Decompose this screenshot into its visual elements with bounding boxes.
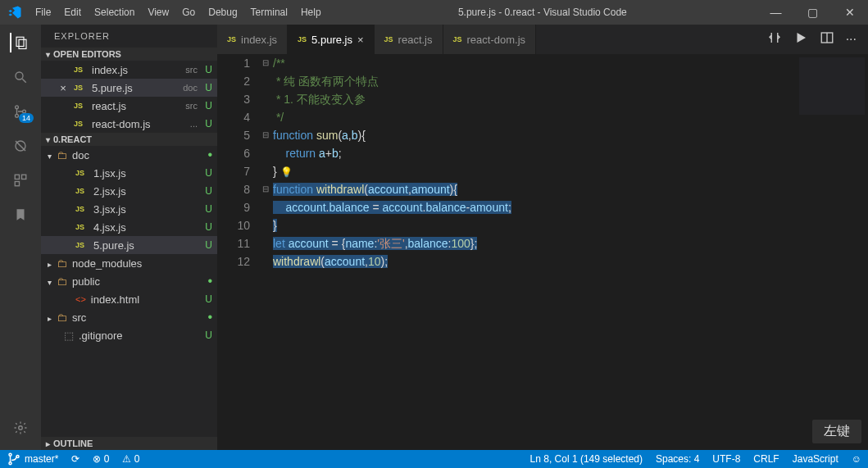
file-name: node_modules <box>72 257 212 270</box>
warnings-count[interactable]: ⚠ 0 <box>116 453 146 465</box>
compare-changes-icon[interactable] <box>767 30 782 48</box>
line-number[interactable]: 11 <box>217 234 250 252</box>
eol[interactable]: CRLF <box>747 453 785 465</box>
search-icon[interactable] <box>11 67 30 87</box>
menu-view[interactable]: View <box>141 7 175 18</box>
open-editor-item[interactable]: JSindex.jssrcU <box>41 61 217 79</box>
maximize-button[interactable]: ▢ <box>794 6 831 19</box>
code-line[interactable]: /** <box>273 54 868 72</box>
menu-file[interactable]: File <box>29 7 57 18</box>
file-item[interactable]: JS2.jsx.jsU <box>41 182 217 200</box>
open-editor-item[interactable]: ×JS5.pure.jsdocU <box>41 79 217 97</box>
settings-icon[interactable] <box>11 418 30 438</box>
folder-item[interactable]: 🗀src• <box>41 308 217 326</box>
menu-help[interactable]: Help <box>294 7 328 18</box>
encoding[interactable]: UTF-8 <box>706 453 747 465</box>
line-number[interactable]: 2 <box>217 72 250 90</box>
explorer-icon[interactable] <box>10 33 30 52</box>
line-number[interactable]: 1 <box>217 54 250 72</box>
open-editor-item[interactable]: JSreact.jssrcU <box>41 97 217 115</box>
file-item[interactable]: <>index.htmlU <box>41 290 217 308</box>
menu-selection[interactable]: Selection <box>88 7 141 18</box>
file-name: public <box>72 275 202 288</box>
editor-tab[interactable]: JSreact-dom.js <box>443 25 537 54</box>
editor-tab[interactable]: JSreact.js <box>375 25 443 54</box>
feedback-icon[interactable]: ☺ <box>845 453 868 465</box>
line-number[interactable]: 8 <box>217 180 250 198</box>
menu-terminal[interactable]: Terminal <box>244 7 294 18</box>
code-line[interactable]: } 💡 <box>273 162 868 180</box>
errors-count[interactable]: ⊗ 0 <box>86 453 116 465</box>
folder-item[interactable]: 🗀doc• <box>41 146 217 164</box>
folder-icon: 🗀 <box>57 311 67 324</box>
file-item[interactable]: JS4.jsx.jsU <box>41 218 217 236</box>
window-title: 5.pure.js - 0.react - Visual Studio Code <box>328 7 757 18</box>
git-status: U <box>202 118 212 129</box>
editor-tab[interactable]: JSindex.js <box>217 25 288 54</box>
line-number[interactable]: 7 <box>217 162 250 180</box>
minimap[interactable] <box>799 57 865 115</box>
fold-toggle[interactable]: ⊟ <box>258 126 273 144</box>
file-name: 4.jsx.js <box>93 221 198 234</box>
language-mode[interactable]: JavaScript <box>786 453 845 465</box>
code-line[interactable]: withdrawl(account,10); <box>273 252 868 270</box>
folder-item[interactable]: 🗀public• <box>41 272 217 290</box>
line-number[interactable]: 9 <box>217 198 250 216</box>
indentation[interactable]: Spaces: 4 <box>649 453 706 465</box>
fold-toggle[interactable]: ⊟ <box>258 54 273 72</box>
line-number[interactable]: 10 <box>217 216 250 234</box>
line-number[interactable]: 3 <box>217 90 250 108</box>
menu-edit[interactable]: Edit <box>57 7 88 18</box>
code-line[interactable]: return a+b; <box>273 144 868 162</box>
menu-go[interactable]: Go <box>175 7 202 18</box>
split-editor-icon[interactable] <box>820 30 834 48</box>
sync-button[interactable]: ⟳ <box>65 453 86 465</box>
code-line[interactable]: } <box>273 216 868 234</box>
code-line[interactable]: let account = {name:'张三',balance:100}; <box>273 234 868 252</box>
js-file-icon: JS <box>74 120 87 128</box>
close-button[interactable]: ✕ <box>831 6 868 19</box>
code-line[interactable]: * 1. 不能改变入参 <box>273 90 868 108</box>
fold-toggle <box>258 162 273 180</box>
code-line[interactable]: */ <box>273 108 868 126</box>
file-item[interactable]: ⬚.gitignoreU <box>41 326 217 344</box>
project-header[interactable]: 0.REACT <box>41 133 217 146</box>
close-icon[interactable]: × <box>57 82 69 94</box>
git-branch[interactable]: master* <box>0 452 65 466</box>
line-number[interactable]: 4 <box>217 108 250 126</box>
source-control-icon[interactable]: 14 <box>11 102 30 121</box>
code-line[interactable]: * 纯 函数有两个特点 <box>273 72 868 90</box>
open-editors-header[interactable]: OPEN EDITORS <box>41 48 217 61</box>
minimize-button[interactable]: — <box>757 6 794 19</box>
debug-icon[interactable] <box>11 136 30 156</box>
folder-icon: 🗀 <box>57 149 67 161</box>
cursor-position[interactable]: Ln 8, Col 1 (149 selected) <box>524 453 649 465</box>
file-item[interactable]: JS1.jsx.jsU <box>41 164 217 182</box>
file-name: .gitignore <box>79 329 198 342</box>
extensions-icon[interactable] <box>11 170 30 190</box>
file-item[interactable]: JS3.jsx.jsU <box>41 200 217 218</box>
menu-debug[interactable]: Debug <box>202 7 243 18</box>
run-icon[interactable] <box>793 30 808 48</box>
code-line[interactable]: function withdrawl(account,amount){ <box>273 180 868 198</box>
code-line[interactable]: account.balance = account.balance-amount… <box>273 198 868 216</box>
lightbulb-icon[interactable]: 💡 <box>280 166 293 178</box>
sidebar-title: EXPLORER <box>41 25 217 48</box>
line-number[interactable]: 6 <box>217 144 250 162</box>
code-editor[interactable]: 123456789101112 ⊟⊟⊟ /** * 纯 函数有两个特点 * 1.… <box>217 54 868 450</box>
line-number[interactable]: 12 <box>217 252 250 270</box>
fold-toggle[interactable]: ⊟ <box>258 180 273 198</box>
close-tab-icon[interactable]: × <box>357 34 364 46</box>
svg-line-3 <box>22 79 26 83</box>
open-editor-item[interactable]: JSreact-dom.js...U <box>41 115 217 133</box>
more-actions-icon[interactable]: ··· <box>846 32 857 47</box>
editor-tab[interactable]: JS5.pure.js× <box>288 25 374 54</box>
bookmark-icon[interactable] <box>11 205 30 225</box>
outline-header[interactable]: OUTLINE <box>41 437 217 450</box>
code-line[interactable]: function sum(a,b){ <box>273 126 868 144</box>
line-number[interactable]: 5 <box>217 126 250 144</box>
file-item[interactable]: JS5.pure.jsU <box>41 236 217 254</box>
js-file-icon: JS <box>74 102 87 110</box>
scm-badge: 14 <box>19 113 34 123</box>
folder-item[interactable]: 🗀node_modules <box>41 254 217 272</box>
